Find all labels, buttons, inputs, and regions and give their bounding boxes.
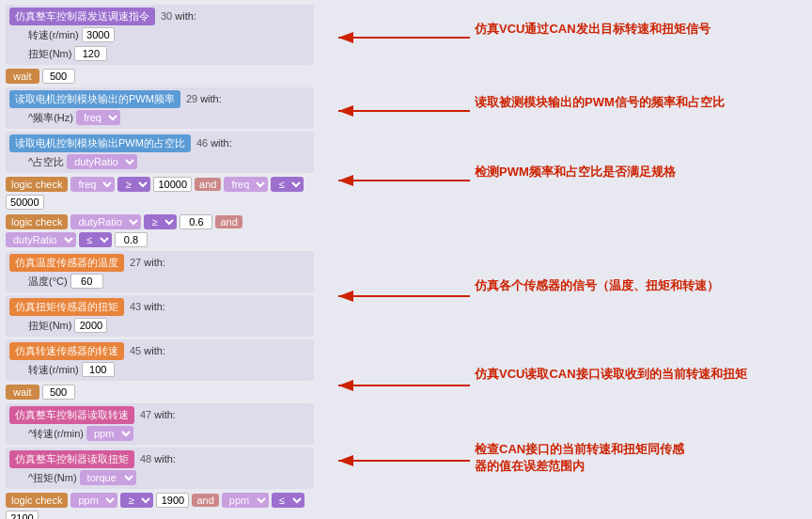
- logic2-var2[interactable]: dutyRatio: [6, 232, 76, 247]
- block8-param1-dropdown[interactable]: torque: [80, 470, 136, 485]
- block3-number: 46: [196, 137, 208, 149]
- block4-number: 27: [130, 257, 141, 268]
- ann3-text: 检测PWM频率和占空比是否满足规格: [474, 165, 677, 179]
- block-row-2-param1: ^频率(Hz) freq: [9, 108, 310, 127]
- block5-label: 仿真扭矩传感器的扭矩: [9, 298, 124, 316]
- block7-label: 仿真整车控制器读取转速: [9, 406, 134, 424]
- block-row-1: 仿真整车控制器发送调速指令 30 with:: [9, 7, 310, 25]
- block1-number: 30: [161, 10, 172, 22]
- wait1-row: wait 500: [6, 67, 314, 86]
- block-row-7-param1: ^转速(r/min) ppm: [9, 424, 310, 443]
- block2-number: 29: [186, 93, 197, 104]
- block3-param1-label: ^占空比: [28, 155, 64, 169]
- block3-label: 读取电机控制模块输出PWM的占空比: [9, 134, 191, 152]
- block-group-1: 仿真整车控制器发送调速指令 30 with: 转速(r/min) 3000 扭矩…: [6, 5, 314, 65]
- block1-param2-value[interactable]: 120: [74, 46, 107, 61]
- logic3-val1[interactable]: 1900: [156, 493, 189, 508]
- block4-label: 仿真温度传感器的温度: [9, 254, 124, 272]
- logic2-row: logic check dutyRatio ≥ 0.6 and dutyRati…: [6, 214, 314, 247]
- logic3-var2[interactable]: ppm: [222, 493, 269, 508]
- block7-with: with:: [154, 409, 176, 420]
- block-row-2: 读取电机控制模块输出的PWM频率 29 with:: [9, 89, 310, 108]
- block3-param1-dropdown[interactable]: dutyRatio: [67, 154, 137, 169]
- block1-param1-label: 转速(r/min): [28, 28, 79, 42]
- block6-with: with:: [144, 345, 165, 356]
- ann6-text2: 器的值在误差范围内: [475, 459, 585, 473]
- logic2-op1[interactable]: ≥: [144, 214, 177, 229]
- wait2-value[interactable]: 500: [42, 385, 75, 400]
- block5-param1-label: 扭矩(Nm): [28, 319, 71, 333]
- block4-param1-label: 温度(°C): [28, 275, 68, 289]
- ann5-text: 仿真VCU读取CAN接口读取收到的当前转速和扭矩: [474, 367, 747, 381]
- logic2-val1[interactable]: 0.6: [180, 214, 212, 229]
- main-container: 仿真整车控制器发送调速指令 30 with: 转速(r/min) 3000 扭矩…: [0, 0, 812, 519]
- block6-number: 45: [130, 345, 141, 356]
- wait2-row: wait 500: [6, 383, 314, 401]
- logic1-var2[interactable]: freq: [224, 177, 268, 192]
- logic2-op2[interactable]: ≤: [79, 232, 112, 247]
- logic2-val2[interactable]: 0.8: [115, 232, 148, 247]
- logic1-row: logic check freq ≥ 10000 and freq ≤ 5000…: [6, 177, 314, 210]
- block1-with: with:: [175, 10, 196, 22]
- block-group-4: 仿真温度传感器的温度 27 with: 温度(°C) 60: [6, 251, 314, 292]
- block5-number: 43: [130, 301, 141, 312]
- ann1-text: 仿真VCU通过CAN发出目标转速和扭矩信号: [474, 22, 711, 36]
- block-row-8-param1: ^扭矩(Nm) torque: [9, 468, 310, 487]
- block7-number: 47: [140, 409, 151, 420]
- block-row-4: 仿真温度传感器的温度 27 with:: [9, 253, 310, 272]
- block8-param1-label: ^扭矩(Nm): [28, 471, 77, 485]
- logic1-label: logic check: [6, 177, 68, 192]
- block-row-6-param1: 转速(r/min) 100: [9, 360, 310, 379]
- ann4-text: 仿真各个传感器的信号（温度、扭矩和转速）: [474, 278, 719, 292]
- block4-param1-value[interactable]: 60: [70, 274, 103, 289]
- logic1-op1[interactable]: ≥: [117, 177, 150, 192]
- block5-with: with:: [144, 301, 165, 312]
- block8-number: 48: [140, 453, 151, 464]
- block2-param1-label: ^频率(Hz): [28, 111, 73, 125]
- block6-param1-value[interactable]: 100: [82, 362, 115, 377]
- block-group-7: 仿真整车控制器读取转速 47 with: ^转速(r/min) ppm: [6, 403, 314, 445]
- block3-with: with:: [211, 137, 232, 149]
- logic2-var1[interactable]: dutyRatio: [70, 214, 141, 229]
- block-row-3: 读取电机控制模块输出PWM的占空比 46 with:: [9, 134, 310, 152]
- wait1-label: wait: [6, 69, 39, 84]
- wait2-label: wait: [6, 385, 39, 400]
- logic3-op2[interactable]: ≤: [272, 493, 304, 508]
- logic2-label: logic check: [6, 214, 68, 229]
- block7-param1-label: ^转速(r/min): [28, 427, 84, 441]
- block-row-3-param1: ^占空比 dutyRatio: [9, 152, 310, 171]
- wait1-value[interactable]: 500: [42, 69, 75, 84]
- logic3-val2[interactable]: 2100: [6, 511, 39, 519]
- logic1-val2[interactable]: 50000: [6, 195, 44, 210]
- block-group-5: 仿真扭矩传感器的扭矩 43 with: 扭矩(Nm) 2000: [6, 295, 314, 337]
- block6-param1-label: 转速(r/min): [28, 363, 79, 377]
- block6-label: 仿真转速传感器的转速: [9, 342, 124, 360]
- logic3-and: and: [192, 494, 218, 507]
- block-row-1-param1: 转速(r/min) 3000: [9, 25, 310, 44]
- block1-param2-label: 扭矩(Nm): [28, 47, 71, 61]
- ann6-text1: 检查CAN接口的当前转速和扭矩同传感: [474, 442, 685, 456]
- logic3-row: logic check ppm ≥ 1900 and ppm ≤ 2100: [6, 493, 314, 519]
- logic3-label: logic check: [6, 493, 68, 508]
- block1-label: 仿真整车控制器发送调速指令: [9, 8, 155, 25]
- ann2-text: 读取被测模块输出的PWM信号的频率和占空比: [475, 95, 725, 109]
- block-group-3: 读取电机控制模块输出PWM的占空比 46 with: ^占空比 dutyRati…: [6, 132, 314, 173]
- logic3-var1[interactable]: ppm: [70, 493, 117, 508]
- block5-param1-value[interactable]: 2000: [74, 318, 107, 333]
- block1-param1-value[interactable]: 3000: [82, 27, 115, 42]
- logic3-op1[interactable]: ≥: [120, 493, 153, 508]
- block2-param1-dropdown[interactable]: freq: [76, 110, 120, 125]
- annotation-svg: 仿真VCU通过CAN发出目标转速和扭矩信号 读取被测模块输出的PWM信号的频率和…: [320, 0, 812, 519]
- block-row-4-param1: 温度(°C) 60: [9, 272, 310, 291]
- block-row-6: 仿真转速传感器的转速 45 with:: [9, 341, 310, 360]
- annotations-panel: 仿真VCU通过CAN发出目标转速和扭矩信号 读取被测模块输出的PWM信号的频率和…: [320, 0, 812, 519]
- block7-param1-dropdown[interactable]: ppm: [86, 426, 133, 441]
- block2-label: 读取电机控制模块输出的PWM频率: [9, 90, 180, 108]
- logic1-var1[interactable]: freq: [70, 177, 115, 192]
- logic1-val1[interactable]: 10000: [153, 177, 192, 192]
- block4-with: with:: [144, 257, 165, 268]
- block8-with: with:: [154, 453, 176, 464]
- block-row-1-param2: 扭矩(Nm) 120: [9, 44, 310, 63]
- logic1-op2[interactable]: ≤: [271, 177, 304, 192]
- logic2-and: and: [215, 215, 242, 228]
